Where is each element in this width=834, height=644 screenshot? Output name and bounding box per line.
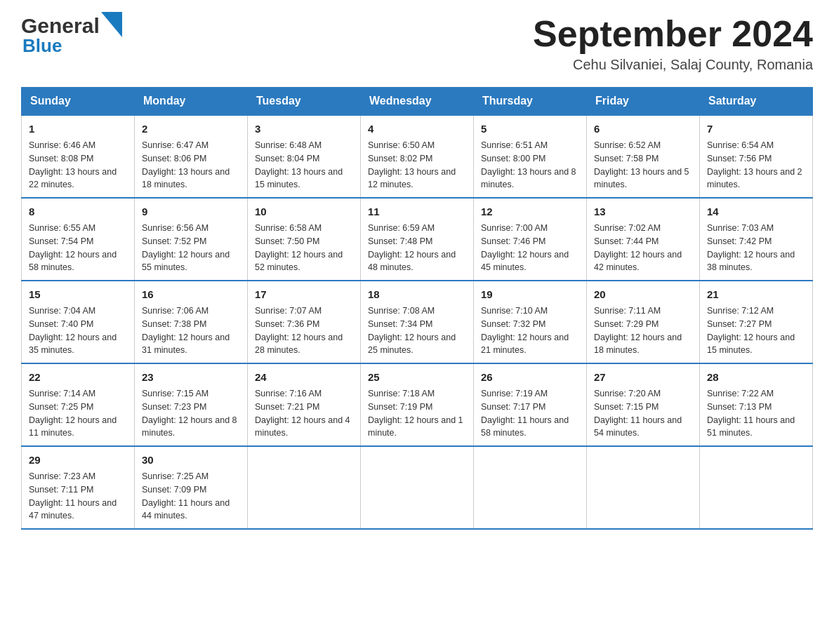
- day-info: Sunrise: 7:10 AMSunset: 7:32 PMDaylight:…: [481, 306, 569, 355]
- day-number: 27: [594, 370, 692, 384]
- table-row: 11 Sunrise: 6:59 AMSunset: 7:48 PMDaylig…: [361, 198, 474, 281]
- table-row: 28 Sunrise: 7:22 AMSunset: 7:13 PMDaylig…: [700, 363, 813, 446]
- day-number: 25: [368, 370, 466, 384]
- day-number: 6: [594, 121, 692, 136]
- day-info: Sunrise: 6:51 AMSunset: 8:00 PMDaylight:…: [481, 140, 576, 189]
- table-row: 2 Sunrise: 6:47 AMSunset: 8:06 PMDayligh…: [135, 115, 248, 198]
- table-row: 16 Sunrise: 7:06 AMSunset: 7:38 PMDaylig…: [135, 281, 248, 363]
- table-row: 1 Sunrise: 6:46 AMSunset: 8:08 PMDayligh…: [22, 115, 135, 198]
- day-info: Sunrise: 6:48 AMSunset: 8:04 PMDaylight:…: [255, 140, 343, 189]
- day-number: 24: [255, 370, 353, 384]
- day-number: 9: [142, 204, 240, 219]
- table-row: 3 Sunrise: 6:48 AMSunset: 8:04 PMDayligh…: [248, 115, 361, 198]
- day-number: 29: [29, 452, 127, 467]
- day-info: Sunrise: 6:54 AMSunset: 7:56 PMDaylight:…: [707, 140, 802, 189]
- calendar-week-row: 29 Sunrise: 7:23 AMSunset: 7:11 PMDaylig…: [22, 446, 813, 529]
- day-number: 26: [481, 370, 579, 384]
- day-number: 12: [481, 204, 579, 219]
- day-number: 15: [29, 287, 127, 302]
- header-saturday: Saturday: [700, 88, 813, 116]
- day-info: Sunrise: 7:20 AMSunset: 7:15 PMDaylight:…: [594, 389, 682, 438]
- day-number: 28: [707, 370, 805, 384]
- day-info: Sunrise: 7:03 AMSunset: 7:42 PMDaylight:…: [707, 223, 795, 272]
- table-row: 4 Sunrise: 6:50 AMSunset: 8:02 PMDayligh…: [361, 115, 474, 198]
- calendar-table: Sunday Monday Tuesday Wednesday Thursday…: [21, 87, 813, 530]
- day-number: 10: [255, 204, 353, 219]
- day-info: Sunrise: 6:46 AMSunset: 8:08 PMDaylight:…: [29, 140, 117, 189]
- table-row: 12 Sunrise: 7:00 AMSunset: 7:46 PMDaylig…: [474, 198, 587, 281]
- calendar-week-row: 22 Sunrise: 7:14 AMSunset: 7:25 PMDaylig…: [22, 363, 813, 446]
- svg-marker-0: [101, 12, 122, 37]
- day-number: 11: [368, 204, 466, 219]
- day-number: 23: [142, 370, 240, 384]
- day-info: Sunrise: 7:16 AMSunset: 7:21 PMDaylight:…: [255, 389, 350, 438]
- table-row: 27 Sunrise: 7:20 AMSunset: 7:15 PMDaylig…: [587, 363, 700, 446]
- table-row: 9 Sunrise: 6:56 AMSunset: 7:52 PMDayligh…: [135, 198, 248, 281]
- logo-general-text: General: [21, 14, 100, 38]
- day-info: Sunrise: 6:56 AMSunset: 7:52 PMDaylight:…: [142, 223, 230, 272]
- logo-blue-text: Blue: [22, 35, 122, 57]
- table-row: 20 Sunrise: 7:11 AMSunset: 7:29 PMDaylig…: [587, 281, 700, 363]
- day-number: 1: [29, 121, 127, 136]
- table-row: 25 Sunrise: 7:18 AMSunset: 7:19 PMDaylig…: [361, 363, 474, 446]
- day-number: 20: [594, 287, 692, 302]
- day-number: 4: [368, 121, 466, 136]
- table-row: 19 Sunrise: 7:10 AMSunset: 7:32 PMDaylig…: [474, 281, 587, 363]
- day-info: Sunrise: 6:58 AMSunset: 7:50 PMDaylight:…: [255, 223, 343, 272]
- header-sunday: Sunday: [22, 88, 135, 116]
- day-info: Sunrise: 7:02 AMSunset: 7:44 PMDaylight:…: [594, 223, 682, 272]
- logo-arrow-icon: [101, 12, 122, 37]
- day-info: Sunrise: 7:07 AMSunset: 7:36 PMDaylight:…: [255, 306, 343, 355]
- table-row: 21 Sunrise: 7:12 AMSunset: 7:27 PMDaylig…: [700, 281, 813, 363]
- table-row: 5 Sunrise: 6:51 AMSunset: 8:00 PMDayligh…: [474, 115, 587, 198]
- day-info: Sunrise: 7:08 AMSunset: 7:34 PMDaylight:…: [368, 306, 456, 355]
- day-info: Sunrise: 7:18 AMSunset: 7:19 PMDaylight:…: [368, 389, 463, 438]
- header-monday: Monday: [135, 88, 248, 116]
- day-info: Sunrise: 7:14 AMSunset: 7:25 PMDaylight:…: [29, 389, 117, 438]
- table-row: 8 Sunrise: 6:55 AMSunset: 7:54 PMDayligh…: [22, 198, 135, 281]
- day-number: 2: [142, 121, 240, 136]
- month-title: September 2024: [533, 14, 813, 54]
- day-number: 13: [594, 204, 692, 219]
- day-info: Sunrise: 6:50 AMSunset: 8:02 PMDaylight:…: [368, 140, 456, 189]
- day-number: 5: [481, 121, 579, 136]
- table-row: [700, 446, 813, 529]
- day-number: 30: [142, 452, 240, 467]
- table-row: [587, 446, 700, 529]
- logo: General Blue: [21, 14, 122, 57]
- day-info: Sunrise: 7:23 AMSunset: 7:11 PMDaylight:…: [29, 471, 117, 521]
- day-number: 16: [142, 287, 240, 302]
- page-header: General Blue September 2024 Cehu Silvani…: [21, 14, 813, 73]
- header-thursday: Thursday: [474, 88, 587, 116]
- table-row: 29 Sunrise: 7:23 AMSunset: 7:11 PMDaylig…: [22, 446, 135, 529]
- day-number: 7: [707, 121, 805, 136]
- table-row: 30 Sunrise: 7:25 AMSunset: 7:09 PMDaylig…: [135, 446, 248, 529]
- table-row: 14 Sunrise: 7:03 AMSunset: 7:42 PMDaylig…: [700, 198, 813, 281]
- day-info: Sunrise: 6:52 AMSunset: 7:58 PMDaylight:…: [594, 140, 689, 189]
- header-wednesday: Wednesday: [361, 88, 474, 116]
- day-info: Sunrise: 6:59 AMSunset: 7:48 PMDaylight:…: [368, 223, 456, 272]
- table-row: 17 Sunrise: 7:07 AMSunset: 7:36 PMDaylig…: [248, 281, 361, 363]
- day-number: 21: [707, 287, 805, 302]
- day-info: Sunrise: 6:55 AMSunset: 7:54 PMDaylight:…: [29, 223, 117, 272]
- day-number: 8: [29, 204, 127, 219]
- table-row: [248, 446, 361, 529]
- day-number: 3: [255, 121, 353, 136]
- calendar-week-row: 1 Sunrise: 6:46 AMSunset: 8:08 PMDayligh…: [22, 115, 813, 198]
- calendar-header-row: Sunday Monday Tuesday Wednesday Thursday…: [22, 88, 813, 116]
- table-row: 22 Sunrise: 7:14 AMSunset: 7:25 PMDaylig…: [22, 363, 135, 446]
- day-number: 19: [481, 287, 579, 302]
- title-area: September 2024 Cehu Silvaniei, Salaj Cou…: [533, 14, 813, 73]
- day-info: Sunrise: 7:04 AMSunset: 7:40 PMDaylight:…: [29, 306, 117, 355]
- day-number: 22: [29, 370, 127, 384]
- calendar-week-row: 8 Sunrise: 6:55 AMSunset: 7:54 PMDayligh…: [22, 198, 813, 281]
- day-number: 17: [255, 287, 353, 302]
- table-row: 13 Sunrise: 7:02 AMSunset: 7:44 PMDaylig…: [587, 198, 700, 281]
- table-row: 10 Sunrise: 6:58 AMSunset: 7:50 PMDaylig…: [248, 198, 361, 281]
- header-friday: Friday: [587, 88, 700, 116]
- calendar-week-row: 15 Sunrise: 7:04 AMSunset: 7:40 PMDaylig…: [22, 281, 813, 363]
- table-row: 7 Sunrise: 6:54 AMSunset: 7:56 PMDayligh…: [700, 115, 813, 198]
- table-row: 26 Sunrise: 7:19 AMSunset: 7:17 PMDaylig…: [474, 363, 587, 446]
- day-info: Sunrise: 7:15 AMSunset: 7:23 PMDaylight:…: [142, 389, 237, 438]
- table-row: 15 Sunrise: 7:04 AMSunset: 7:40 PMDaylig…: [22, 281, 135, 363]
